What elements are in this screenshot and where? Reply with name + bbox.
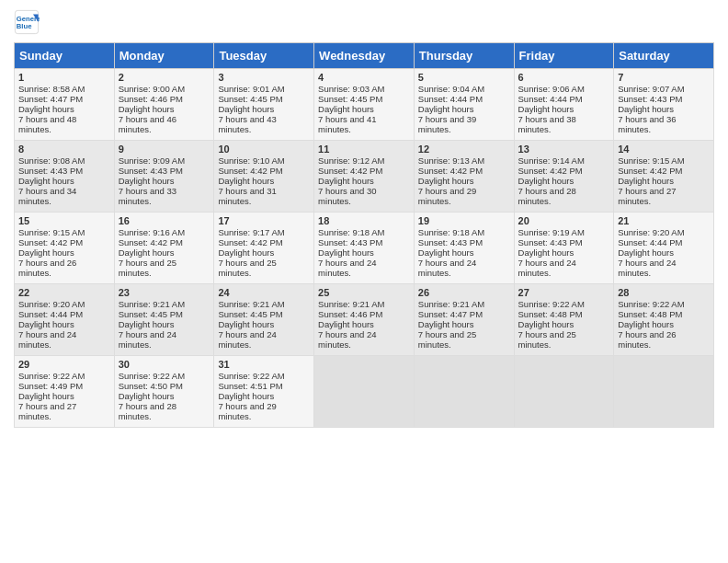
- calendar-cell: 11Sunrise: 9:12 AMSunset: 4:42 PMDayligh…: [314, 141, 415, 213]
- daylight-label: Daylight hours: [218, 176, 274, 186]
- daylight-value: 7 hours and 27 minutes.: [618, 186, 676, 206]
- daylight-value: 7 hours and 30 minutes.: [318, 186, 376, 206]
- sunset-label: Sunset: 4:43 PM: [119, 166, 183, 176]
- daylight-value: 7 hours and 36 minutes.: [618, 114, 676, 134]
- daylight-label: Daylight hours: [119, 247, 175, 258]
- day-number: 7: [618, 72, 710, 83]
- daylight-value: 7 hours and 38 minutes.: [518, 114, 576, 134]
- daylight-label: Daylight hours: [18, 104, 74, 114]
- sunrise-label: Sunrise: 9:20 AM: [618, 227, 684, 237]
- sunset-label: Sunset: 4:50 PM: [119, 381, 183, 391]
- sunrise-label: Sunrise: 9:12 AM: [318, 155, 384, 166]
- sunset-label: Sunset: 4:48 PM: [518, 309, 583, 319]
- calendar-cell: 23Sunrise: 9:21 AMSunset: 4:45 PMDayligh…: [114, 284, 214, 356]
- calendar-table: SundayMondayTuesdayWednesdayThursdayFrid…: [14, 42, 714, 428]
- sunset-label: Sunset: 4:42 PM: [18, 237, 83, 247]
- day-number: 15: [18, 215, 110, 226]
- sunset-label: Sunset: 4:42 PM: [218, 237, 282, 247]
- calendar-cell: 5Sunrise: 9:04 AMSunset: 4:44 PMDaylight…: [414, 69, 514, 141]
- col-header-sunday: Sunday: [15, 43, 115, 69]
- sunrise-label: Sunrise: 9:22 AM: [119, 371, 185, 381]
- sunrise-label: Sunrise: 9:18 AM: [418, 227, 484, 237]
- sunrise-label: Sunrise: 9:19 AM: [518, 227, 585, 237]
- daylight-value: 7 hours and 46 minutes.: [119, 114, 176, 134]
- day-number: 13: [518, 144, 610, 155]
- sunset-label: Sunset: 4:43 PM: [18, 166, 83, 176]
- daylight-label: Daylight hours: [18, 391, 74, 401]
- sunset-label: Sunset: 4:51 PM: [218, 381, 282, 391]
- sunset-label: Sunset: 4:47 PM: [418, 309, 483, 319]
- calendar-week-row: 15Sunrise: 9:15 AMSunset: 4:42 PMDayligh…: [15, 213, 714, 284]
- day-number: 21: [618, 215, 710, 226]
- sunrise-label: Sunrise: 9:15 AM: [618, 155, 684, 166]
- sunrise-label: Sunrise: 9:18 AM: [318, 227, 384, 237]
- day-number: 26: [418, 287, 510, 298]
- calendar-cell: 18Sunrise: 9:18 AMSunset: 4:43 PMDayligh…: [314, 213, 415, 284]
- calendar-cell: 31Sunrise: 9:22 AMSunset: 4:51 PMDayligh…: [214, 356, 314, 428]
- sunrise-label: Sunrise: 9:16 AM: [119, 227, 185, 237]
- daylight-label: Daylight hours: [618, 319, 674, 329]
- sunset-label: Sunset: 4:44 PM: [518, 94, 583, 104]
- sunrise-label: Sunrise: 9:21 AM: [218, 299, 284, 309]
- daylight-value: 7 hours and 24 minutes.: [119, 329, 176, 350]
- sunset-label: Sunset: 4:47 PM: [18, 94, 83, 104]
- sunrise-label: Sunrise: 9:01 AM: [218, 84, 284, 94]
- day-number: 17: [218, 215, 310, 226]
- day-number: 28: [618, 287, 710, 298]
- col-header-monday: Monday: [114, 43, 214, 69]
- calendar-cell: 15Sunrise: 9:15 AMSunset: 4:42 PMDayligh…: [15, 213, 115, 284]
- sunset-label: Sunset: 4:45 PM: [218, 309, 282, 319]
- day-number: 24: [218, 287, 310, 298]
- sunset-label: Sunset: 4:42 PM: [119, 237, 183, 247]
- calendar-cell: 2Sunrise: 9:00 AMSunset: 4:46 PMDaylight…: [114, 69, 214, 141]
- day-number: 9: [119, 144, 210, 155]
- daylight-value: 7 hours and 25 minutes.: [518, 329, 576, 350]
- daylight-label: Daylight hours: [218, 247, 274, 258]
- day-number: 22: [18, 287, 110, 298]
- daylight-label: Daylight hours: [418, 319, 474, 329]
- day-number: 2: [119, 72, 210, 83]
- sunrise-label: Sunrise: 9:00 AM: [119, 84, 185, 94]
- calendar-cell: 1Sunrise: 8:58 AMSunset: 4:47 PMDaylight…: [15, 69, 115, 141]
- daylight-label: Daylight hours: [518, 104, 574, 114]
- daylight-value: 7 hours and 39 minutes.: [418, 114, 476, 134]
- calendar-week-row: 29Sunrise: 9:22 AMSunset: 4:49 PMDayligh…: [15, 356, 714, 428]
- calendar-cell: 25Sunrise: 9:21 AMSunset: 4:46 PMDayligh…: [314, 284, 415, 356]
- sunrise-label: Sunrise: 9:10 AM: [218, 155, 284, 166]
- daylight-value: 7 hours and 25 minutes.: [218, 258, 276, 278]
- col-header-thursday: Thursday: [414, 43, 514, 69]
- day-number: 31: [218, 359, 310, 370]
- sunrise-label: Sunrise: 9:21 AM: [119, 299, 185, 309]
- sunrise-label: Sunrise: 9:20 AM: [18, 299, 85, 309]
- daylight-label: Daylight hours: [618, 247, 674, 258]
- sunrise-label: Sunrise: 9:06 AM: [518, 84, 585, 94]
- calendar-header-row: SundayMondayTuesdayWednesdayThursdayFrid…: [15, 43, 714, 69]
- daylight-label: Daylight hours: [119, 391, 175, 401]
- calendar-cell: 16Sunrise: 9:16 AMSunset: 4:42 PMDayligh…: [114, 213, 214, 284]
- daylight-value: 7 hours and 28 minutes.: [119, 401, 176, 421]
- daylight-label: Daylight hours: [18, 247, 74, 258]
- day-number: 19: [418, 215, 510, 226]
- calendar-cell: [514, 356, 614, 428]
- sunset-label: Sunset: 4:42 PM: [518, 166, 583, 176]
- day-number: 23: [119, 287, 210, 298]
- calendar-cell: 3Sunrise: 9:01 AMSunset: 4:45 PMDaylight…: [214, 69, 314, 141]
- daylight-label: Daylight hours: [318, 247, 374, 258]
- sunrise-label: Sunrise: 9:21 AM: [318, 299, 384, 309]
- sunset-label: Sunset: 4:43 PM: [518, 237, 583, 247]
- calendar-cell: 19Sunrise: 9:18 AMSunset: 4:43 PMDayligh…: [414, 213, 514, 284]
- daylight-label: Daylight hours: [518, 176, 574, 186]
- calendar-cell: 22Sunrise: 9:20 AMSunset: 4:44 PMDayligh…: [15, 284, 115, 356]
- sunrise-label: Sunrise: 9:08 AM: [18, 155, 85, 166]
- sunset-label: Sunset: 4:45 PM: [318, 94, 382, 104]
- sunset-label: Sunset: 4:44 PM: [618, 237, 682, 247]
- daylight-label: Daylight hours: [518, 319, 574, 329]
- svg-text:Blue: Blue: [17, 22, 32, 30]
- col-header-friday: Friday: [514, 43, 614, 69]
- day-number: 10: [218, 144, 310, 155]
- sunset-label: Sunset: 4:44 PM: [18, 309, 83, 319]
- calendar-week-row: 22Sunrise: 9:20 AMSunset: 4:44 PMDayligh…: [15, 284, 714, 356]
- daylight-label: Daylight hours: [119, 319, 175, 329]
- calendar-week-row: 8Sunrise: 9:08 AMSunset: 4:43 PMDaylight…: [15, 141, 714, 213]
- daylight-label: Daylight hours: [318, 319, 374, 329]
